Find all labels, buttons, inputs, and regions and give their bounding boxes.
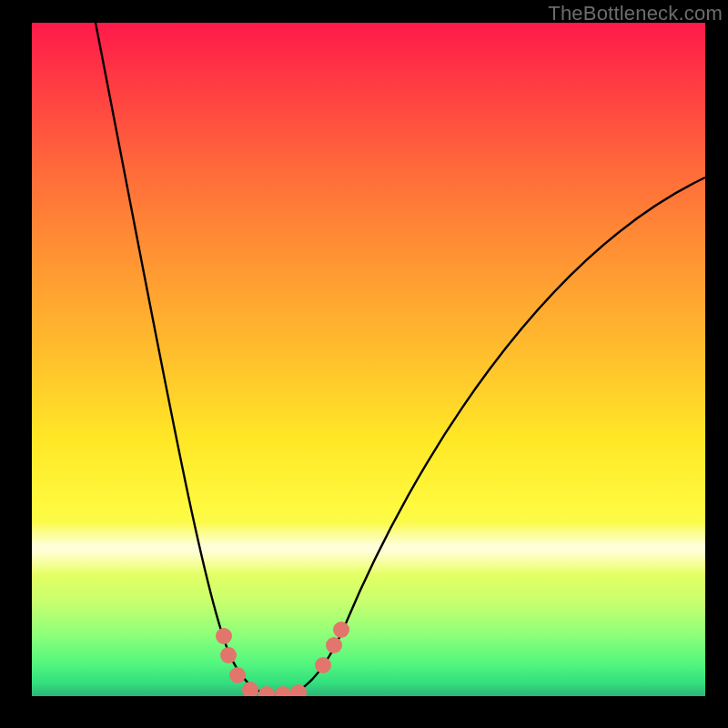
- marker-group: [216, 622, 349, 696]
- curve-marker: [333, 622, 349, 638]
- curve-marker: [326, 637, 342, 653]
- v-curve: [96, 23, 705, 696]
- chart-frame: TheBottleneck.com: [0, 0, 728, 728]
- curve-marker: [220, 647, 237, 663]
- curve-marker: [315, 657, 331, 673]
- watermark-text: TheBottleneck.com: [548, 2, 723, 25]
- curve-marker: [229, 667, 246, 683]
- plot-area: [32, 23, 705, 696]
- curve-marker: [216, 628, 232, 644]
- curve-marker: [258, 686, 275, 696]
- curve-layer: [32, 23, 705, 696]
- curve-marker: [242, 682, 258, 696]
- curve-marker: [275, 686, 291, 696]
